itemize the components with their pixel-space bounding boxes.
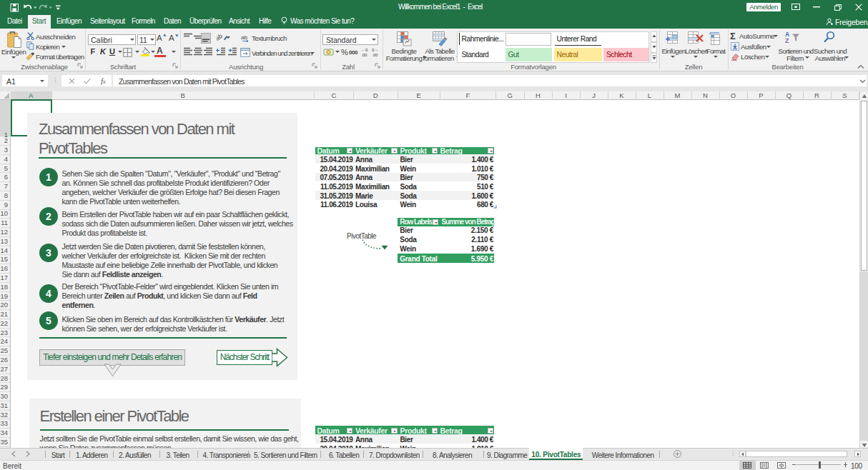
svg-text:←0: ←0 <box>361 48 368 52</box>
svg-text:Z: Z <box>785 37 789 44</box>
svg-text:,00: ,00 <box>361 53 368 57</box>
svg-text:ab: ab <box>217 32 224 41</box>
svg-text:,00: ,00 <box>372 53 378 57</box>
svg-text:0→: 0→ <box>372 48 378 52</box>
